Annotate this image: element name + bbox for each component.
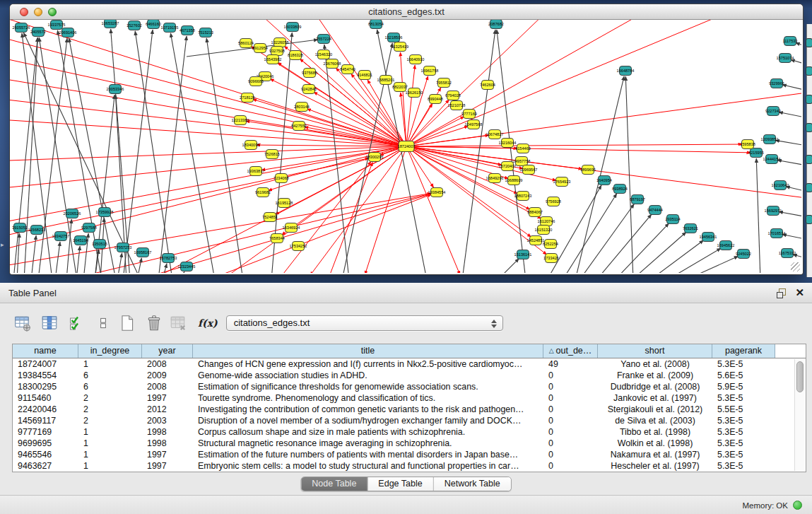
graph-node[interactable]: 18807243 xyxy=(514,192,532,201)
graph-node[interactable]: 10674827 xyxy=(486,130,504,139)
graph-node[interactable]: 9297588 xyxy=(81,223,97,233)
graph-node[interactable]: 15692971 xyxy=(765,206,782,216)
graph-node[interactable]: 11546320 xyxy=(315,50,332,59)
graph-node[interactable]: 9146821 xyxy=(357,71,372,80)
table-cell[interactable]: Disruption of a novel member of a sodium… xyxy=(193,415,543,426)
table-cell[interactable]: 6 xyxy=(78,381,142,392)
graph-node[interactable]: 17534252 xyxy=(290,242,307,251)
table-scrollbar[interactable] xyxy=(794,359,805,471)
table-cell[interactable]: 0 xyxy=(543,415,598,426)
table-cell[interactable]: 5.3E-5 xyxy=(712,358,775,370)
show-columns-icon[interactable] xyxy=(40,314,59,332)
graph-node[interactable]: 10497568 xyxy=(465,120,483,129)
table-cell[interactable]: 5.9E-5 xyxy=(712,381,775,392)
graph-node[interactable]: 8252254 xyxy=(543,240,558,249)
table-cell[interactable]: 22420046 xyxy=(13,404,78,415)
column-checklist-icon[interactable] xyxy=(66,314,86,332)
network-window-titlebar[interactable]: citations_edges.txt xyxy=(10,4,803,20)
graph-node[interactable]: 6879197 xyxy=(630,195,645,204)
table-cell[interactable]: 0 xyxy=(543,449,598,460)
table-cell[interactable]: 0 xyxy=(543,426,598,438)
graph-node[interactable]: 16782753 xyxy=(160,254,177,263)
graph-node[interactable]: 9756928 xyxy=(546,197,561,206)
table-row[interactable]: 969969511998Structural magnetic resonanc… xyxy=(13,438,806,449)
graph-node[interactable]: 26055726 xyxy=(13,23,30,33)
table-cell[interactable]: Estimation of significance thresholds fo… xyxy=(193,381,543,392)
graph-node[interactable]: 9777169 xyxy=(461,110,477,119)
table-cell[interactable]: 2008 xyxy=(142,358,193,370)
graph-node[interactable]: 13226058 xyxy=(271,38,289,47)
table-cell[interactable]: 0 xyxy=(543,460,598,472)
table-cell[interactable]: 1 xyxy=(78,358,142,370)
table-row[interactable]: 977716911998Corpus callosum shape and si… xyxy=(13,426,806,438)
float-panel-icon[interactable] xyxy=(777,288,786,298)
graph-node[interactable]: 16210643 xyxy=(772,181,789,190)
table-cell[interactable]: Genome-wide association studies in ADHD. xyxy=(193,370,543,381)
table-cell[interactable]: 5.3E-5 xyxy=(712,449,775,460)
graph-node[interactable]: 15218506 xyxy=(385,33,403,42)
table-row[interactable]: 1830029562008Estimation of significance … xyxy=(13,381,806,392)
table-cell[interactable]: 9699695 xyxy=(13,438,78,449)
graph-node[interactable]: 9096685 xyxy=(248,77,264,86)
graph-node[interactable]: 16849296 xyxy=(486,174,504,183)
graph-node[interactable]: 17957253 xyxy=(114,243,132,252)
table-cell[interactable]: 14569117 xyxy=(13,415,78,426)
table-cell[interactable]: Stergiakouli et al. (2012) xyxy=(598,404,712,415)
table-cell[interactable]: 1 xyxy=(78,460,142,472)
graph-node[interactable]: 2803144 xyxy=(294,103,310,112)
graph-node[interactable]: 2718126 xyxy=(240,93,255,103)
table-row[interactable]: 1872400712008Changes of HCN gene express… xyxy=(13,358,806,370)
graph-node[interactable]: 7234068 xyxy=(273,174,289,183)
column-header-pagerank[interactable]: pagerank xyxy=(712,344,775,358)
table-cell[interactable]: 9465546 xyxy=(13,449,78,460)
table-cell[interactable]: 9777169 xyxy=(13,426,78,438)
graph-node[interactable]: 20053346 xyxy=(107,85,124,94)
graph-node[interactable]: 12213382 xyxy=(232,116,249,125)
graph-node[interactable]: 20206526 xyxy=(64,209,81,218)
table-cell[interactable]: 1998 xyxy=(142,438,193,449)
graph-node[interactable]: 16033809 xyxy=(284,23,302,32)
graph-node[interactable]: 9474444 xyxy=(647,206,663,215)
table-cell[interactable]: 5.5E-5 xyxy=(712,404,775,415)
close-panel-icon[interactable]: ✕ xyxy=(795,286,804,299)
graph-node[interactable]: 10969567 xyxy=(520,165,538,175)
table-cell[interactable]: 2 xyxy=(78,392,142,404)
graph-node[interactable]: 9227343 xyxy=(765,107,781,116)
graph-node[interactable]: 7658344 xyxy=(269,234,285,243)
graph-node[interactable]: 12093852 xyxy=(761,135,779,144)
graph-node[interactable]: 8938924 xyxy=(612,185,628,194)
graph-node[interactable]: 17654923 xyxy=(553,177,571,187)
graph-node[interactable]: 15720407 xyxy=(499,162,517,171)
table-cell[interactable]: 0 xyxy=(543,370,598,381)
graph-node[interactable]: 1350515 xyxy=(92,240,107,249)
graph-node[interactable]: 15751074 xyxy=(777,54,794,63)
graph-node[interactable]: 7955812 xyxy=(436,78,452,88)
graph-node[interactable]: 9154469 xyxy=(515,144,531,153)
graph-node[interactable]: 16648784 xyxy=(617,66,635,76)
graph-node[interactable]: 16151320 xyxy=(535,226,553,235)
graph-node[interactable]: 12444154 xyxy=(763,155,781,164)
table-cell[interactable]: Changes of HCN gene expression and I(f) … xyxy=(193,358,543,370)
table-cell[interactable]: 5.3E-5 xyxy=(712,438,775,449)
graph-node[interactable]: 11675313 xyxy=(779,249,796,258)
table-cell[interactable]: Investigating the contribution of common… xyxy=(193,404,543,415)
table-cell[interactable]: Yano et al. (2008) xyxy=(598,358,712,370)
graph-node[interactable]: 8990448 xyxy=(428,95,443,104)
graph-node[interactable]: 8454749 xyxy=(340,65,355,74)
table-row[interactable]: 946554611997Estimation of the future num… xyxy=(13,449,806,460)
table-cell[interactable]: de Silva et al. (2003) xyxy=(598,415,712,426)
table-cell[interactable]: 2009 xyxy=(142,370,193,381)
table-cell[interactable]: 0 xyxy=(543,392,598,404)
table-row[interactable]: 2242004622012Investigating the contribut… xyxy=(13,404,806,415)
window-resize-grip[interactable] xyxy=(791,262,800,271)
table-cell[interactable]: 18724007 xyxy=(13,358,78,370)
new-table-icon[interactable] xyxy=(117,314,137,332)
table-row[interactable]: 1456911722003Disruption of a novel membe… xyxy=(13,415,806,426)
column-header-year[interactable]: year xyxy=(142,344,193,358)
table-cell[interactable]: Jankovic et al. (1997) xyxy=(598,392,712,404)
graph-node[interactable]: 4671358 xyxy=(180,26,195,35)
graph-node[interactable]: 2087682 xyxy=(488,20,504,29)
graph-node[interactable]: 17359928 xyxy=(96,208,114,217)
panel-collapse-arrow-icon[interactable]: ▸ xyxy=(1,242,4,248)
graph-node[interactable]: 6794028 xyxy=(445,91,461,100)
